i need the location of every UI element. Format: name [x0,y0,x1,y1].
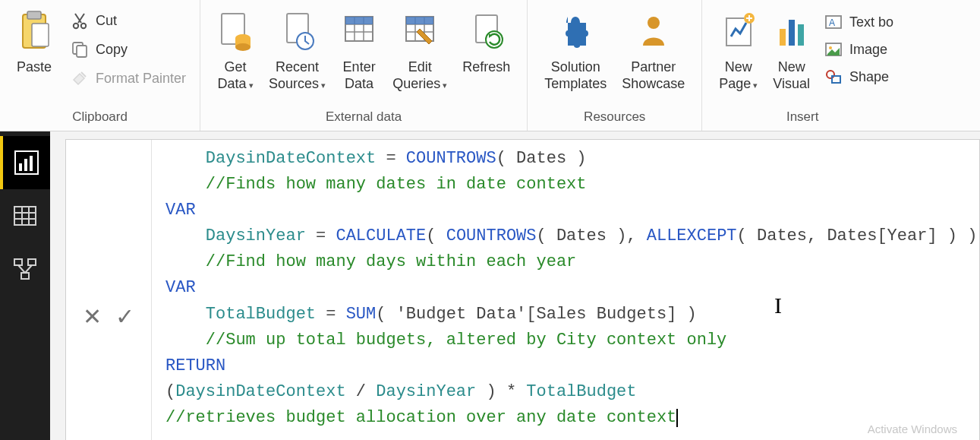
group-title-resources: Resources [537,105,692,131]
enter-data-icon [341,8,377,56]
partner-showcase-label: Partner Showcase [622,59,685,91]
image-label: Image [849,42,887,58]
edit-queries-button[interactable]: Edit Queries▾ [385,5,455,95]
copy-label: Copy [96,42,128,58]
svg-rect-31 [789,20,795,46]
text-cursor [676,409,678,427]
svg-text:A: A [829,17,835,28]
ribbon: Paste Cut Copy [0,0,980,131]
ribbon-group-resources: Solution Templates Partner Showcase Reso… [528,0,702,131]
formula-bar: ✕ ✓ DaysinDateContext = COUNTROWS( Dates… [65,139,980,440]
text-box-label: Text bo [849,14,893,30]
solution-templates-icon [557,8,594,56]
new-visual-button[interactable]: New Visual [765,5,818,95]
svg-point-27 [648,17,660,29]
svg-point-36 [829,46,832,49]
svg-rect-48 [14,259,22,265]
svg-rect-40 [19,163,22,171]
get-data-icon [217,8,254,56]
shapes-icon [824,67,843,87]
format-painter-button[interactable]: Format Painter [65,67,191,90]
new-visual-icon [774,8,810,56]
svg-point-37 [827,71,834,78]
ribbon-group-clipboard: Paste Cut Copy [0,0,200,131]
formula-editor[interactable]: DaysinDateContext = COUNTROWS( Dates ) /… [152,140,979,440]
format-painter-icon [70,68,90,88]
content: Com ✕ ✓ DaysinDateContext = COUNTROWS( D… [50,131,980,440]
format-painter-label: Format Painter [96,71,186,87]
cut-label: Cut [96,13,117,29]
formula-commit-button[interactable]: ✓ [115,303,134,330]
svg-point-3 [74,24,78,28]
nav-data-view[interactable] [0,189,50,242]
group-title-insert: Insert [711,105,893,131]
shapes-button[interactable]: Shape [824,67,893,87]
enter-data-label: Enter Data [343,59,376,91]
new-page-icon [720,8,757,56]
partner-showcase-button[interactable]: Partner Showcase [614,5,692,95]
svg-rect-43 [14,207,36,225]
paste-icon [17,8,52,56]
group-title-clipboard: Clipboard [9,105,191,131]
copy-icon [70,40,90,59]
svg-rect-42 [30,156,33,171]
solution-templates-button[interactable]: Solution Templates [537,5,614,95]
nav-rail [0,131,50,440]
cut-icon [70,11,90,30]
cut-button[interactable]: Cut [65,9,191,32]
svg-rect-49 [28,259,36,265]
svg-rect-24 [406,17,433,24]
edit-queries-icon [402,8,438,56]
svg-point-4 [81,24,86,28]
svg-rect-50 [21,273,29,279]
refresh-button[interactable]: Refresh [455,5,518,79]
recent-sources-button[interactable]: Recent Sources▾ [261,5,333,95]
new-page-label: New Page [719,59,752,91]
ribbon-group-insert: New Page▾ New Visual A Text bo [702,0,903,131]
partner-showcase-icon [635,8,672,56]
get-data-label: Get Data [218,59,247,91]
svg-point-10 [235,43,251,51]
get-data-button[interactable]: Get Data▾ [210,5,261,95]
svg-rect-41 [24,159,27,171]
refresh-icon [468,8,505,56]
image-icon [824,40,843,59]
paste-button[interactable]: Paste [9,5,59,79]
refresh-label: Refresh [462,59,510,74]
group-title-external-data: External data [210,105,518,131]
svg-rect-30 [780,29,786,46]
mouse-text-cursor-icon: I [774,288,782,324]
copy-button[interactable]: Copy [65,38,191,61]
edit-queries-label: Edit Queries [392,59,440,91]
shapes-label: Shape [849,69,889,85]
activate-windows-watermark: Activate Windows [868,423,957,435]
nav-report-view[interactable] [0,136,50,189]
main-area: Com ✕ ✓ DaysinDateContext = COUNTROWS( D… [0,131,980,440]
image-button[interactable]: Image [824,40,893,59]
text-box-icon: A [824,12,843,32]
svg-rect-18 [345,17,373,24]
new-page-button[interactable]: New Page▾ [711,5,765,95]
solution-templates-label: Solution Templates [544,59,607,91]
text-box-button[interactable]: A Text bo [824,12,893,32]
nav-model-view[interactable] [0,242,50,296]
recent-sources-label: Recent Sources [269,59,319,91]
svg-rect-1 [27,11,41,19]
enter-data-button[interactable]: Enter Data [333,5,385,95]
formula-cancel-button[interactable]: ✕ [83,303,102,330]
recent-sources-icon [279,8,316,56]
paste-label: Paste [17,59,52,74]
svg-rect-6 [77,46,87,57]
ribbon-group-external-data: Get Data▾ Recent Sources▾ Enter Data Edi… [200,0,528,131]
svg-rect-2 [32,24,49,46]
new-visual-label: New Visual [773,59,810,91]
svg-rect-32 [798,24,804,46]
